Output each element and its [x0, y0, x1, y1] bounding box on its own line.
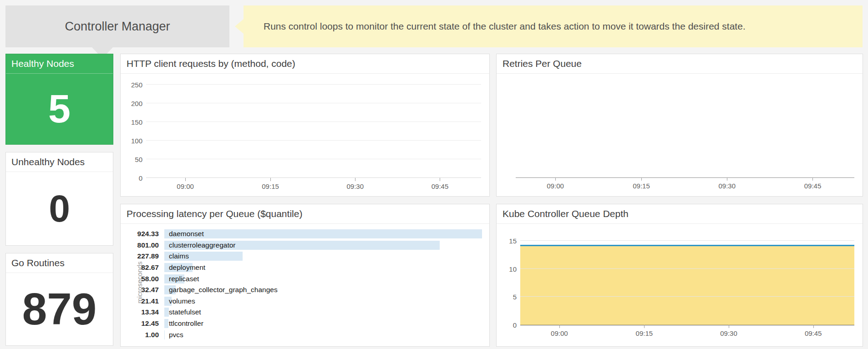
- x-tick-label: 09:15: [636, 329, 653, 337]
- latency-row[interactable]: 227.89claims: [126, 251, 482, 262]
- x-tick-label: 09:45: [805, 329, 822, 337]
- x-tick: [729, 325, 729, 328]
- x-tick-label: 09:00: [177, 182, 194, 190]
- latency-row[interactable]: 801.00clusterroleaggregator: [126, 240, 482, 251]
- gridline: [520, 268, 854, 269]
- x-tick-label: 09:00: [551, 329, 568, 337]
- panel-title-go-routines[interactable]: Go Routines: [6, 253, 113, 273]
- latency-value: 21.41: [126, 297, 159, 305]
- y-tick-label: 0: [513, 321, 517, 329]
- queue-depth-chart[interactable]: 05101509:0009:1509:3009:45: [520, 232, 854, 325]
- panel-title-unhealthy-nodes[interactable]: Unhealthy Nodes: [6, 152, 113, 172]
- healthy-nodes-value: 5: [6, 73, 113, 144]
- latency-value: 13.34: [126, 308, 159, 316]
- dashboard-title-box: Controller Manager: [5, 5, 229, 47]
- x-tick: [727, 177, 727, 181]
- latency-row[interactable]: 58.00replicaset: [126, 273, 482, 284]
- latency-value: 227.89: [126, 252, 159, 260]
- latency-bar-area: clusterroleaggregator: [164, 241, 482, 250]
- queue-depth-area: [520, 245, 854, 325]
- y-tick-label: 200: [131, 99, 142, 107]
- x-tick-label: 09:30: [720, 329, 737, 337]
- x-tick: [555, 177, 556, 181]
- http-requests-chart[interactable]: 05010015020025009:0009:1509:3009:45: [146, 81, 481, 178]
- gridline: [146, 159, 481, 159]
- gridline: [520, 240, 854, 241]
- panel-healthy-nodes: Healthy Nodes 5: [5, 54, 113, 145]
- latency-row[interactable]: 924.33daemonset: [126, 228, 482, 240]
- panel-title-retries-per-queue[interactable]: Retries Per Queue: [497, 54, 863, 74]
- x-tick: [812, 177, 813, 181]
- gridline: [520, 296, 854, 297]
- y-tick-label: 15: [509, 237, 517, 244]
- panel-title-processing-latency[interactable]: Processing latency per Queue ($quantile): [121, 204, 489, 224]
- latency-bar-area: deployment: [164, 263, 482, 272]
- latency-queue-label: pvcs: [169, 331, 183, 339]
- panel-title-kube-controller-queue-depth[interactable]: Kube Controller Queue Depth: [497, 204, 863, 224]
- x-tick: [641, 177, 642, 181]
- latency-bar-area: pvcs: [164, 330, 482, 339]
- gridline: [146, 121, 481, 122]
- latency-bar-area: replicaset: [164, 274, 482, 283]
- y-tick-label: 10: [509, 265, 517, 273]
- x-tick-label: 09:45: [431, 182, 449, 190]
- x-tick: [813, 325, 814, 328]
- latency-row[interactable]: 13.34statefulset: [126, 307, 482, 318]
- note-speech-tail: [235, 19, 244, 34]
- y-tick-label: 0: [139, 174, 142, 182]
- panel-processing-latency: Processing latency per Queue ($quantile)…: [120, 204, 490, 347]
- x-tick-label: 09:15: [633, 182, 650, 190]
- latency-row[interactable]: 32.47garbage_collector_graph_changes: [126, 284, 482, 296]
- latency-queue-label: claims: [169, 252, 189, 260]
- x-tick: [270, 178, 271, 181]
- latency-value: 58.00: [126, 275, 159, 283]
- latency-value: 924.33: [126, 230, 159, 238]
- x-tick-label: 09:00: [547, 182, 564, 190]
- gridline: [146, 84, 481, 85]
- x-tick: [644, 325, 645, 328]
- x-tick-label: 09:15: [262, 182, 279, 190]
- latency-bar-area: garbage_collector_graph_changes: [164, 285, 482, 294]
- latency-bar-area: ttlcontroller: [164, 319, 482, 328]
- latency-queue-label: ttlcontroller: [169, 319, 203, 328]
- description-note-box: Runs control loops to monitor the curren…: [244, 5, 863, 47]
- latency-row[interactable]: 1.00pvcs: [126, 329, 482, 340]
- panel-kube-controller-queue-depth: Kube Controller Queue Depth 05101509:000…: [496, 204, 863, 347]
- x-tick: [559, 325, 560, 328]
- y-tick-label: 100: [131, 137, 142, 144]
- latency-value: 12.45: [126, 319, 159, 328]
- latency-value: 801.00: [126, 241, 159, 249]
- retries-chart[interactable]: 09:0009:1509:3009:45: [516, 81, 854, 178]
- latency-queue-label: statefulset: [169, 308, 201, 316]
- go-routines-value: 879: [6, 273, 113, 345]
- latency-queue-label: daemonset: [169, 230, 204, 238]
- latency-bar: [164, 319, 168, 328]
- latency-bar-area: daemonset: [164, 229, 482, 238]
- dashboard-title: Controller Manager: [65, 20, 170, 34]
- x-tick: [440, 178, 440, 181]
- latency-queue-label: volumes: [169, 297, 195, 305]
- y-tick-label: 150: [131, 118, 142, 126]
- latency-value: 32.47: [126, 286, 159, 294]
- y-tick-label: 50: [135, 155, 142, 163]
- latency-row[interactable]: 21.41volumes: [126, 296, 482, 307]
- y-tick-label: 250: [131, 81, 142, 88]
- x-tick: [355, 178, 355, 181]
- gridline: [146, 140, 481, 141]
- latency-row[interactable]: 12.45ttlcontroller: [126, 318, 482, 329]
- latency-bar: [164, 330, 165, 339]
- unhealthy-nodes-value: 0: [6, 172, 113, 245]
- stacked-bars: [146, 81, 481, 178]
- panel-title-http-client-requests[interactable]: HTTP client requests by (method, code): [121, 54, 489, 74]
- x-tick-label: 09:30: [718, 182, 736, 190]
- latency-bar: [164, 229, 482, 238]
- latency-queue-label: clusterroleaggregator: [169, 241, 235, 249]
- panel-go-routines: Go Routines 879: [5, 253, 113, 346]
- x-tick-label: 09:45: [804, 182, 822, 190]
- latency-bar-area: claims: [164, 252, 482, 261]
- panel-retries-per-queue: Retries Per Queue 09:0009:1509:3009:45: [496, 54, 863, 197]
- latency-bars[interactable]: 924.33daemonset801.00clusterroleaggregat…: [126, 228, 482, 340]
- latency-queue-label: deployment: [169, 263, 205, 272]
- latency-row[interactable]: 82.67deployment: [126, 262, 482, 273]
- panel-title-healthy-nodes[interactable]: Healthy Nodes: [6, 54, 113, 74]
